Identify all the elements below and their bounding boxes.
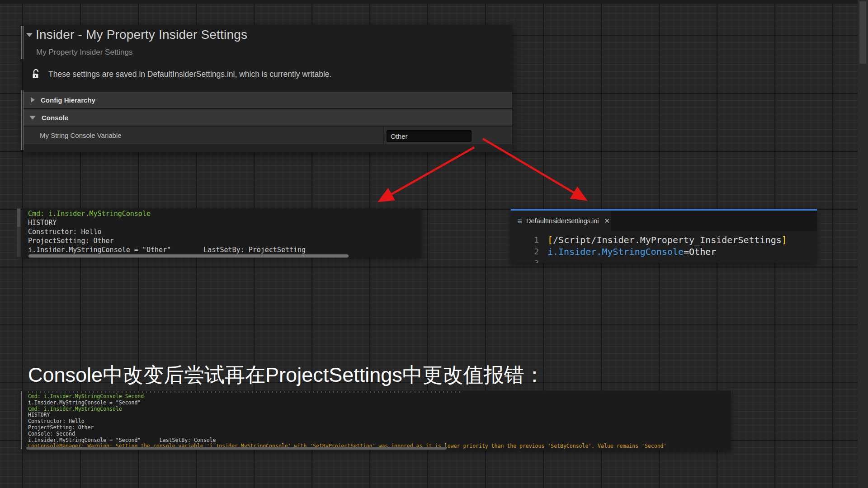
page-scrollbar-thumb[interactable] [859, 1, 866, 64]
console-line: Constructor: Hello [28, 418, 731, 425]
tab-close-icon[interactable]: ✕ [604, 217, 610, 225]
screenshot-stage: Insider - My Property Insider Settings M… [0, 0, 868, 488]
console-line: HISTORY [28, 218, 421, 227]
code-token: /Script/Insider.MyProperty_InsiderSettin… [553, 235, 782, 245]
console-top-lines: Cmd: i.Insider.MyStringConsoleHISTORYCon… [22, 208, 421, 254]
console-line: Cmd: i.Insider.MyStringConsole [28, 406, 731, 413]
file-icon: ≡ [517, 217, 522, 225]
page-title: Insider - My Property Insider Settings [36, 28, 247, 42]
code-line: 1[/Script/Insider.MyProperty_InsiderSett… [511, 234, 817, 246]
console-line: Cmd: i.Insider.MyStringConsole Second [28, 394, 731, 400]
console-line: i.Insider.MyStringConsole = "Second" [28, 400, 731, 406]
code-token: Other [689, 246, 716, 257]
section-console[interactable]: Console [24, 109, 512, 126]
console-bottom-horizontal-scrollbar[interactable] [26, 447, 447, 450]
console-output-panel-bottom: Cmd: i.Insider.MyStringConsole Secondi.I… [23, 391, 731, 450]
section-label: Config Hierarchy [41, 96, 95, 104]
line-number: 1 [511, 234, 539, 246]
clipped-line-remnant [28, 391, 462, 393]
unlocked-lock-icon [31, 69, 41, 80]
panel-subtitle: My Property Insider Settings [36, 48, 133, 57]
chevron-down-icon [29, 116, 36, 120]
console-horizontal-scrollbar[interactable] [28, 254, 349, 258]
code-line: 2i.Insider.MyStringConsole=Other [511, 246, 817, 258]
editor-code-lines[interactable]: 1[/Script/Insider.MyProperty_InsiderSett… [511, 231, 817, 263]
page-scrollbar-track[interactable] [858, 0, 868, 488]
console-line: HISTORY [28, 412, 731, 418]
console-line: Console: Second [28, 431, 731, 437]
editor-tab-bar: ≡ DefaultInsiderSettings.ini ✕ [511, 211, 817, 231]
console-line: i.Insider.MyStringConsole = "Other" Last… [28, 245, 421, 254]
console-output-panel: Cmd: i.Insider.MyStringConsoleHISTORYCon… [22, 208, 421, 258]
tab-defaultinsidersettings[interactable]: ≡ DefaultInsiderSettings.ini ✕ [511, 211, 611, 231]
console-variable-label: My String Console Variable [40, 131, 122, 139]
edge-tick [21, 26, 22, 59]
console-variable-row: My String Console Variable [24, 127, 512, 145]
line-number: 2 [511, 246, 539, 258]
tab-filename: DefaultInsiderSettings.ini [526, 217, 599, 225]
console-variable-input[interactable] [387, 130, 472, 142]
panel-footer [24, 144, 512, 152]
code-token: ] [782, 235, 787, 245]
console-line: i.Insider.MyStringConsole = "Second" Las… [28, 437, 731, 444]
edge-tick [21, 391, 22, 449]
title-collapse-icon[interactable] [26, 33, 33, 37]
console-line: ProjectSetting: Other [28, 236, 421, 245]
scrollbar-thumb[interactable] [17, 209, 20, 227]
top-strip [0, 0, 868, 4]
console-line: ProjectSetting: Other [28, 425, 731, 431]
console-vertical-scrollbar[interactable] [17, 208, 21, 257]
column-splitter[interactable] [383, 127, 384, 145]
code-editor-panel: ≡ DefaultInsiderSettings.ini ✕ 1[/Script… [511, 209, 817, 263]
console-bottom-lines: Cmd: i.Insider.MyStringConsole Secondi.I… [23, 391, 731, 450]
arrow-to-console [380, 147, 474, 201]
edge-tick [21, 90, 22, 150]
code-token: [ [547, 235, 553, 245]
code-line: 3 [511, 258, 817, 263]
section-label: Console [42, 114, 68, 122]
chevron-right-icon [31, 97, 35, 103]
project-settings-panel: Insider - My Property Insider Settings M… [24, 25, 512, 152]
console-line: Constructor: Hello [28, 227, 421, 236]
annotation-heading: Console中改变后尝试再在ProjectSettings中更改值报错： [28, 361, 545, 389]
line-number: 3 [511, 258, 539, 263]
console-line: Cmd: i.Insider.MyStringConsole [28, 209, 421, 218]
settings-info-text: These settings are saved in DefaultInsid… [48, 70, 331, 79]
section-config-hierarchy[interactable]: Config Hierarchy [24, 91, 512, 108]
code-token: i.Insider.MyStringConsole [547, 246, 684, 257]
code-token: = [684, 246, 689, 257]
